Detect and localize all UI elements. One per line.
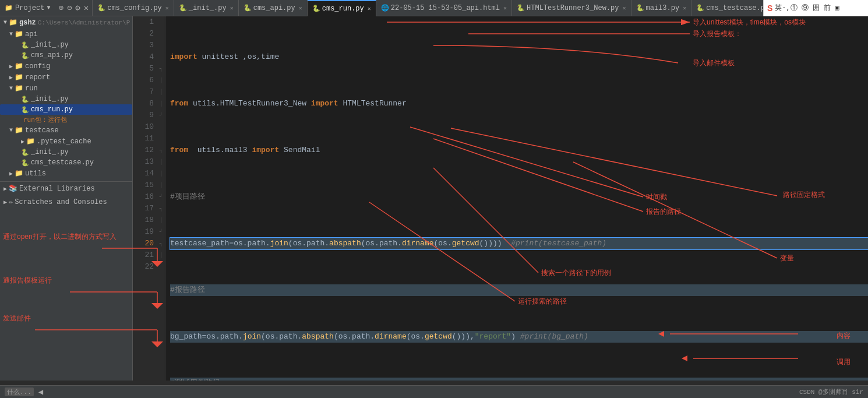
folder-icon: 📁	[15, 73, 23, 82]
sidebar-item-testcase[interactable]: ▼ 📁 testcase	[0, 125, 132, 136]
tab-htmlrunner[interactable]: 🐍 HTMLTestRunner3_New.py ✕	[512, 0, 631, 16]
chevron-right-icon: ▶	[9, 63, 13, 70]
chevron-right-icon: ▶	[3, 199, 7, 206]
tab-close-icon[interactable]: ✕	[165, 5, 169, 12]
sidebar-item-cms-testcase[interactable]: 🐍 cms_testcase.py	[0, 157, 132, 168]
tab-cms-run[interactable]: 🐍 cms_run.py ✕	[308, 0, 376, 16]
py-file-icon: 🐍	[21, 52, 29, 59]
folder-icon: 📁	[15, 30, 23, 38]
sidebar-root[interactable]: ▼ 📁 gshz C:\Users\Administrator\P	[0, 16, 132, 29]
line-numbers: 1 2 3 4 5 6 7 8 9 10 11 12 13 14 15 16 1…	[133, 16, 157, 381]
chevron-down-icon: ▼	[3, 19, 7, 26]
tab-close-icon[interactable]: ✕	[503, 5, 507, 12]
folder-icon: 📁	[15, 84, 23, 93]
tab-close-icon[interactable]: ✕	[368, 5, 371, 12]
sidebar-item-cms-run[interactable]: 🐍 cms_run.py	[0, 104, 132, 115]
sidebar-item-label: report	[25, 73, 50, 82]
root-path: C:\Users\Administrator\P	[38, 19, 130, 26]
tab-bar: 🐍 cms_config.py ✕ 🐍 _init_.py ✕ 🐍 cms_ap…	[92, 0, 763, 16]
folder-icon: 📁	[15, 169, 23, 178]
py-file-icon: 🐍	[21, 106, 29, 114]
py-file-icon: 🐍	[21, 41, 29, 49]
sidebar-item-label: cms_api.py	[31, 51, 73, 59]
library-icon: 📚	[9, 184, 17, 193]
py-file-icon: 🐍	[21, 96, 29, 103]
sidebar-item-label: api	[25, 30, 38, 38]
sidebar-item-run[interactable]: ▼ 📁 run	[0, 83, 132, 94]
tab-cms-api[interactable]: 🐍 cms_api.py ✕	[239, 0, 308, 16]
project-toolbar: 📁 Project ▼ ⊕ ⊖ ⚙ ✕ 🐍 cms_config.py ✕ 🐍 …	[0, 0, 868, 16]
root-icon: 📁	[9, 18, 17, 27]
sidebar-item-run-init[interactable]: 🐍 _init_.py	[0, 94, 132, 104]
folder-icon: 📁	[15, 62, 23, 71]
sidebar-item-label: cms_run.py	[31, 105, 73, 114]
sidebar-item-config[interactable]: ▶ 📁 config	[0, 61, 132, 72]
sidebar-item-scratches[interactable]: ▶ ✏️ Scratches and Consoles	[0, 195, 132, 209]
project-label: Project	[15, 4, 44, 12]
tab-close-icon[interactable]: ✕	[622, 5, 626, 12]
sidebar-item-pytest-cache[interactable]: ▶ 📁 .pytest_cache	[0, 136, 132, 147]
sidebar-item-cms-api[interactable]: 🐍 cms_api.py	[0, 50, 132, 61]
fold-indicators: ┐ │ │ │ ┘ ┐ │ │ │ ┘ ┐ │ ┘ ┐ │	[157, 16, 165, 381]
chevron-down-icon: ▼	[9, 127, 13, 133]
tab-init[interactable]: 🐍 _init_.py ✕	[174, 0, 239, 16]
sidebar-item-utils[interactable]: ▶ 📁 utils	[0, 168, 132, 179]
sidebar-item-label: .pytest_cache	[37, 138, 91, 146]
sidebar-item-label: Scratches and Consoles	[15, 198, 107, 206]
chevron-right-icon: ▶	[3, 185, 7, 192]
bottom-left-arrow: ◀	[38, 387, 43, 397]
tab-close-icon[interactable]: ✕	[683, 5, 686, 12]
sidebar-item-label: testcase	[25, 126, 59, 135]
sidebar-item-external-libraries[interactable]: ▶ 📚 External Libraries	[0, 181, 132, 195]
bottom-bar: 什么... ◀ CSDN @多测师肖 sir	[0, 385, 868, 398]
sidebar-item-label: _init_.py	[31, 148, 69, 156]
sidebar-item-label: External Libraries	[19, 185, 95, 193]
folder-icon: 📁	[15, 126, 23, 135]
py-file-icon: 🐍	[21, 149, 29, 156]
tab-close-icon[interactable]: ✕	[299, 5, 302, 12]
scratches-icon: ✏️	[9, 198, 13, 206]
chevron-right-icon: ▶	[21, 138, 24, 145]
sidebar-item-label: config	[25, 62, 50, 71]
sidebar-item-label: cms_testcase.py	[31, 159, 94, 167]
chevron-down-icon: ▼	[47, 5, 50, 11]
project-icon: 📁	[5, 4, 13, 12]
py-file-icon: 🐍	[21, 159, 29, 167]
remove-icon[interactable]: ⊖	[67, 3, 72, 13]
sidebar-item-report[interactable]: ▶ 📁 report	[0, 72, 132, 83]
chevron-right-icon: ▶	[9, 74, 13, 81]
tab-mail3[interactable]: 🐍 mail3.py ✕	[631, 0, 692, 16]
chevron-right-icon: ▶	[9, 170, 13, 177]
tab-html[interactable]: 🌐 22-05-15 15-53-05_api.html ✕	[376, 0, 512, 16]
sidebar-item-testcase-init[interactable]: 🐍 _init_.py	[0, 147, 132, 157]
add-icon[interactable]: ⊕	[58, 3, 63, 13]
sidebar-item-api-init[interactable]: 🐍 _init_.py	[0, 40, 132, 50]
sidebar: ▼ 📁 gshz C:\Users\Administrator\P ▼ 📁 ap…	[0, 16, 133, 381]
tab-close-icon[interactable]: ✕	[230, 5, 234, 12]
code-content[interactable]: import unittest ,os,time from utils.HTML…	[165, 16, 868, 381]
sidebar-item-label: _init_.py	[31, 41, 69, 49]
sidebar-item-label: run	[25, 84, 38, 93]
run-tooltip: run包：运行包	[21, 115, 132, 125]
sidebar-item-label: _init_.py	[31, 95, 69, 103]
sidebar-item-label: utils	[25, 170, 46, 178]
chevron-down-icon: ▼	[9, 85, 13, 91]
tab-testcase[interactable]: 🐍 cms_testcase.py ✕	[691, 0, 763, 16]
chevron-down-icon: ▼	[9, 31, 13, 37]
settings-icon[interactable]: ⚙	[75, 3, 80, 13]
bottom-left-toggle[interactable]: 什么...	[5, 388, 34, 396]
watermark: CSDN @多测师肖 sir	[799, 389, 863, 396]
folder-icon: 📁	[26, 137, 35, 146]
sidebar-item-api[interactable]: ▼ 📁 api	[0, 29, 132, 40]
sogou-bar: S 英·,① ⑨ 囲 前 ▣	[763, 0, 868, 16]
code-editor[interactable]: 1 2 3 4 5 6 7 8 9 10 11 12 13 14 15 16 1…	[133, 16, 868, 381]
close-icon[interactable]: ✕	[84, 3, 89, 13]
root-label: gshz	[19, 19, 36, 27]
tab-cms-config[interactable]: 🐍 cms_config.py ✕	[93, 0, 174, 16]
